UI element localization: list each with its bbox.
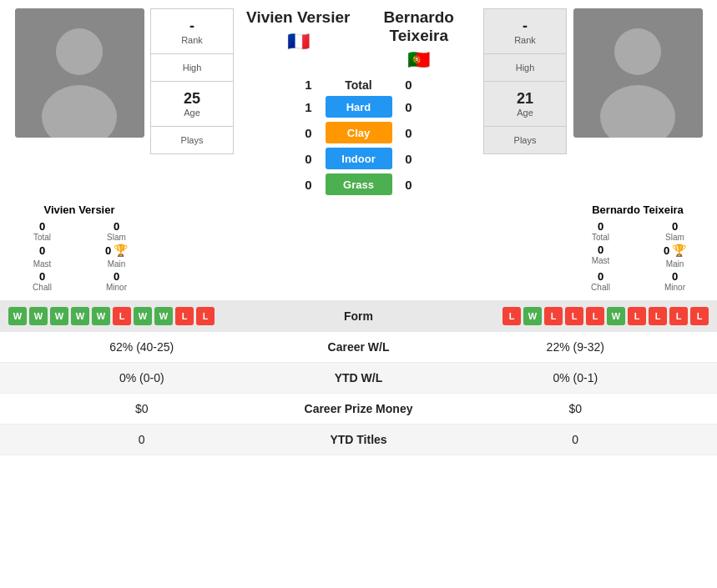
stats-left-2: $0 [8, 402, 275, 415]
left-minor-stat: 0 Minor [83, 270, 150, 292]
stats-label-0: Career W/L [275, 340, 442, 354]
stats-right-3: 0 [442, 433, 709, 446]
right-player-stats: Bernardo Teixeira 0 Total 0 Slam 0 Mast … [567, 204, 709, 292]
stats-right-0: 22% (9-32) [442, 340, 709, 354]
left-player-avatar [15, 8, 144, 138]
left-player-panel [8, 8, 150, 138]
left-form-badge-2: W [50, 307, 68, 325]
stats-row-3: 0 YTD Titles 0 [0, 425, 717, 455]
right-minor-stat: 0 Minor [641, 270, 709, 292]
left-age-box: 25 Age [151, 82, 233, 127]
right-player-avatar [573, 8, 703, 138]
left-form-badge-6: W [134, 307, 152, 325]
left-trophy-icon: 🏆 [114, 244, 128, 257]
right-total-stat: 0 Total [567, 220, 634, 242]
left-name-below: Vivien Versier [43, 204, 114, 216]
surface-score-left-3: 0 [300, 178, 317, 192]
left-player-name: Vivien Versier [238, 8, 359, 27]
right-form-badge-9: L [690, 307, 709, 325]
surface-score-right-3: 0 [401, 178, 417, 192]
stats-row-0: 62% (40-25) Career W/L 22% (9-32) [0, 332, 717, 363]
stats-right-2: $0 [442, 402, 709, 415]
right-high-label: High [488, 63, 562, 73]
right-form-badge-4: L [586, 307, 604, 325]
stats-left-0: 62% (40-25) [8, 340, 275, 354]
left-plays-box: Plays [151, 127, 233, 153]
right-age-label: Age [488, 108, 562, 118]
surface-badge-indoor: Indoor [326, 148, 392, 169]
right-form-badge-7: L [649, 307, 667, 325]
surface-score-right-2: 0 [401, 152, 417, 166]
right-trophy-icon: 🏆 [672, 244, 686, 257]
left-mini-stats: - Rank High 25 Age Plays [150, 8, 234, 154]
left-form-badge-8: L [175, 307, 194, 325]
total-score-row: 1 Total 0 [238, 78, 479, 92]
stats-right-1: 0% (0-1) [442, 371, 709, 384]
left-form: WWWWWLWWLL [8, 307, 305, 325]
right-main-stat: 0 🏆 Main [641, 244, 709, 269]
right-rank-value: - [488, 18, 562, 35]
stats-label-1: YTD W/L [275, 371, 442, 384]
left-slam-stat: 0 Slam [83, 220, 150, 242]
left-player-flag: 🇫🇷 [238, 31, 359, 53]
left-age-value: 25 [155, 90, 229, 108]
right-form-badge-3: L [565, 307, 583, 325]
left-form-badge-1: W [29, 307, 48, 325]
surface-rows: 1 Hard 0 0 Clay 0 0 Indoor 0 0 Grass 0 [238, 96, 479, 199]
right-chall-stat: 0 Chall [567, 270, 634, 292]
right-high-box: High [484, 54, 566, 82]
right-player-panel [567, 8, 709, 138]
main-container: - Rank High 25 Age Plays Vivien Versier … [0, 0, 717, 455]
center-scores-panel: Vivien Versier 🇫🇷 Bernardo Teixeira 🇵🇹 1… [234, 8, 483, 199]
right-player-flag: 🇵🇹 [359, 49, 480, 71]
right-form-badge-6: L [628, 307, 646, 325]
surface-row-indoor: 0 Indoor 0 [238, 148, 479, 169]
right-rank-box: - Rank [484, 9, 566, 54]
left-form-badge-5: L [113, 307, 131, 325]
surface-score-left-0: 1 [300, 100, 317, 114]
stats-label-2: Career Prize Money [275, 402, 442, 415]
right-rank-label: Rank [488, 35, 562, 45]
total-score-left: 1 [300, 78, 317, 92]
right-form-badge-5: W [607, 307, 625, 325]
right-age-box: 21 Age [484, 82, 566, 127]
form-label: Form [309, 309, 409, 323]
bottom-stats: 62% (40-25) Career W/L 22% (9-32) 0% (0-… [0, 332, 717, 455]
left-rank-value: - [155, 18, 229, 35]
right-name-below: Bernardo Teixeira [592, 204, 684, 216]
stats-row-1: 0% (0-0) YTD W/L 0% (0-1) [0, 363, 717, 394]
left-high-label: High [155, 63, 229, 73]
surface-badge-clay: Clay [326, 122, 392, 143]
total-label: Total [326, 78, 392, 92]
total-score-right: 0 [401, 78, 417, 92]
left-chall-stat: 0 Chall [8, 270, 76, 292]
surface-badge-grass: Grass [326, 173, 392, 195]
left-total-stat: 0 Total [8, 220, 76, 242]
left-form-badge-4: W [92, 307, 110, 325]
right-plays-label: Plays [488, 135, 562, 145]
surface-score-left-2: 0 [300, 152, 317, 166]
stats-left-3: 0 [8, 433, 275, 446]
right-slam-stat: 0 Slam [641, 220, 709, 242]
right-mast-stat: 0 Mast [567, 244, 634, 269]
right-plays-box: Plays [484, 127, 566, 153]
right-form: LWLLLWLLLL [413, 307, 709, 325]
left-form-badge-7: W [154, 307, 173, 325]
form-section: WWWWWLWWLL Form LWLLLWLLLL [0, 300, 717, 332]
right-player-name: Bernardo Teixeira [359, 8, 480, 45]
left-high-box: High [151, 54, 233, 82]
left-form-badge-3: W [71, 307, 89, 325]
left-age-label: Age [155, 108, 229, 118]
top-row: - Rank High 25 Age Plays Vivien Versier … [0, 0, 717, 199]
surface-row-clay: 0 Clay 0 [238, 122, 479, 143]
left-rank-box: - Rank [151, 9, 233, 54]
right-form-badge-0: L [502, 307, 521, 325]
right-form-badge-1: W [523, 307, 542, 325]
right-mini-stats: - Rank High 21 Age Plays [483, 8, 567, 154]
left-mast-stat: 0 Mast [8, 244, 76, 269]
stats-row-2: $0 Career Prize Money $0 [0, 394, 717, 425]
left-form-badge-9: L [196, 307, 215, 325]
right-age-value: 21 [488, 90, 562, 108]
surface-badge-hard: Hard [326, 96, 392, 118]
surface-score-right-1: 0 [401, 126, 417, 140]
